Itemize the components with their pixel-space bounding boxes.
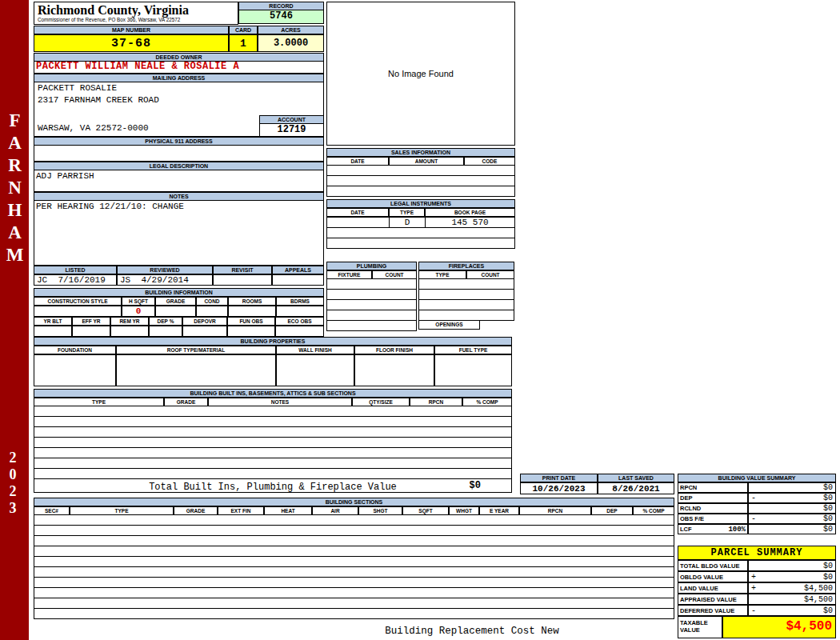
map-card-acres: MAP NUMBER CARD ACRES 37-68 1 3.0000 <box>34 26 324 52</box>
account-box: ACCOUNT 12719 <box>259 115 324 137</box>
empty-table-row <box>326 321 417 331</box>
mailing-line-3: WARSAW, VA 22572-0000 <box>34 122 149 134</box>
remyr-header: REM YR <box>110 317 149 326</box>
builtins-grade-header: GRADE <box>164 398 208 406</box>
legal-description-section: LEGAL DESCRIPTION ADJ PARRISH <box>34 162 324 192</box>
empty-table-row <box>34 609 674 619</box>
cond-header: COND <box>196 297 228 306</box>
appeals-header: APPEALS <box>272 266 324 274</box>
li-date-value <box>326 217 389 228</box>
revisit-header: REVISIT <box>213 266 272 274</box>
cond-value <box>196 306 228 317</box>
legal-instruments-header: LEGAL INSTRUMENTS <box>326 199 515 208</box>
dates-section: PRINT DATE LAST SAVED 10/26/2023 8/26/20… <box>520 474 674 494</box>
empty-table-row <box>326 310 417 321</box>
office-address: Commissioner of the Revenue, PO Box 366,… <box>34 17 238 23</box>
dep-pct-header: DEP % <box>149 317 182 326</box>
taxable-value-amount: $4,500 <box>722 616 836 638</box>
bdrms-header: BDRMS <box>276 297 324 306</box>
psum-value-cell: $0 <box>748 560 836 571</box>
foundation-header: FOUNDATION <box>34 346 116 354</box>
openings-header: OPENINGS <box>418 321 480 330</box>
physical-address-body <box>34 146 324 162</box>
plumbing-fixture-header: FIXTURE <box>326 270 372 279</box>
record-header: RECORD <box>238 2 324 10</box>
depovr-value <box>182 326 227 337</box>
psum-op: + <box>751 584 756 593</box>
county-title: Richmond County, Virginia <box>34 2 238 17</box>
builtins-type-header: TYPE <box>34 398 164 406</box>
yrblt-value <box>34 326 72 337</box>
bvs-row-rpcn: RPCN $0 <box>678 482 836 493</box>
record-number: 5746 <box>238 10 324 24</box>
built-ins-header: BUILDING BUILT INS, BASEMENTS, ATTICS & … <box>34 389 512 398</box>
appeals-value <box>272 274 324 286</box>
legal-description-header: LEGAL DESCRIPTION <box>34 162 324 170</box>
empty-table-row <box>326 290 417 300</box>
bvs-amount: $0 <box>823 483 833 492</box>
building-value-summary-header: BUILDING VALUE SUMMARY <box>678 474 836 482</box>
empty-table-row <box>34 417 512 427</box>
bvs-label-cell: RPCN <box>678 482 748 493</box>
psum-label-cell: TOTAL BLDG VALUE <box>678 560 748 571</box>
bs-dep-header: DEP <box>591 506 633 515</box>
bvs-label: DEP <box>680 494 692 502</box>
psum-row-land: LAND VALUE +$4,500 <box>678 582 836 594</box>
bs-extfin-header: EXT FIN <box>218 506 264 515</box>
built-ins-section: BUILDING BUILT INS, BASEMENTS, ATTICS & … <box>34 389 512 493</box>
bvs-amount: $0 <box>823 514 833 523</box>
empty-table-row <box>34 557 674 567</box>
revisit-value <box>213 274 272 286</box>
psum-amount: $0 <box>823 573 833 582</box>
building-properties-header: BUILDING PROPERTIES <box>34 337 512 346</box>
hsqft-value: 0 <box>122 306 155 317</box>
tax-year-label: 2023 <box>4 450 21 517</box>
empty-table-row <box>34 598 674 609</box>
bs-heat-header: HEAT <box>264 506 312 515</box>
building-value-summary-section: BUILDING VALUE SUMMARY RPCN $0 DEP -$0 R… <box>678 474 836 534</box>
bvs-row-rclnd: RCLND $0 <box>678 503 836 514</box>
wall-finish-value <box>276 354 354 386</box>
record-box: RECORD 5746 <box>238 2 324 24</box>
empty-table-row <box>34 526 674 536</box>
empty-table-row <box>326 166 515 176</box>
builtins-qty-header: QTY/SIZE <box>352 398 410 406</box>
bvs-amount: $0 <box>823 525 833 534</box>
print-date-header: PRINT DATE <box>520 474 598 482</box>
fireplaces-header: FIREPLACES <box>418 262 514 270</box>
psum-row-obldg: OBLDG VALUE +$0 <box>678 571 836 582</box>
li-bookpage-header: BOOK PAGE <box>425 208 515 217</box>
psum-row-taxable: TAXABLE VALUE $4,500 <box>678 616 836 638</box>
empty-table-row <box>326 176 515 186</box>
bs-rpcn-header: RPCN <box>519 506 591 515</box>
li-type-value: D <box>389 217 425 228</box>
map-number-value: 37-68 <box>34 34 229 52</box>
parcel-summary-section: PARCEL SUMMARY TOTAL BLDG VALUE $0 OBLDG… <box>678 546 836 638</box>
bs-air-header: AIR <box>312 506 358 515</box>
li-bookpage-value: 145 570 <box>425 217 515 228</box>
fireplaces-section: FIREPLACES TYPE COUNT OPENINGS <box>418 262 514 330</box>
no-image-text: No Image Found <box>388 69 454 78</box>
ecoobs-header: ECO OBS <box>275 317 324 326</box>
empty-table-row <box>34 406 512 417</box>
psum-op: - <box>751 606 756 615</box>
psum-row-total-bldg: TOTAL BLDG VALUE $0 <box>678 560 836 571</box>
bvs-value-cell: -$0 <box>748 514 836 524</box>
funobs-value <box>227 326 275 337</box>
empty-table-row <box>34 438 512 448</box>
empty-table-row <box>326 238 515 249</box>
reviewed-header: REVIEWED <box>117 266 213 274</box>
rooms-header: ROOMS <box>228 297 276 306</box>
empty-table-row <box>34 567 674 578</box>
empty-table-row <box>418 300 514 310</box>
psum-label-cell: APPRAISED VALUE <box>678 594 748 605</box>
fuel-type-header: FUEL TYPE <box>434 346 512 354</box>
psum-amount: $4,500 <box>804 584 833 593</box>
card-value: 1 <box>229 34 258 52</box>
bvs-row-obs: OBS F/E -$0 <box>678 514 836 524</box>
bvs-label: RCLND <box>680 505 701 512</box>
empty-table-row <box>34 458 512 469</box>
mailing-line-2: 2317 FARNHAM CREEK ROAD <box>34 94 323 106</box>
bvs-label-cell: LCF100% <box>678 524 748 534</box>
legal-instrument-row: D 145 570 <box>326 217 515 228</box>
